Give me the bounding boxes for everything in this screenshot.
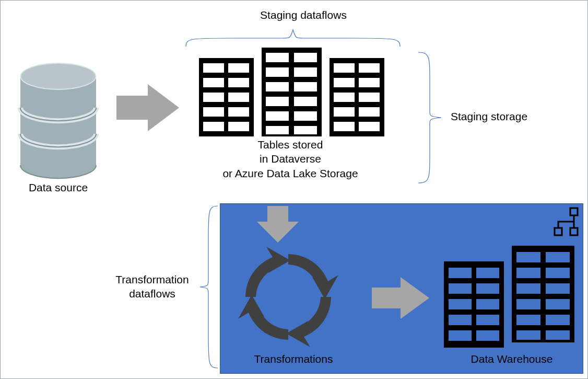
cycle-arrows-icon (236, 245, 340, 349)
svg-rect-56 (546, 315, 570, 325)
svg-rect-18 (266, 82, 289, 91)
svg-marker-1 (116, 84, 179, 131)
svg-rect-51 (516, 283, 540, 294)
svg-rect-35 (334, 122, 355, 131)
svg-rect-62 (449, 283, 472, 294)
svg-rect-58 (546, 330, 570, 340)
svg-rect-32 (359, 93, 380, 102)
svg-rect-64 (449, 299, 472, 309)
svg-rect-30 (359, 78, 380, 87)
svg-rect-53 (516, 299, 540, 309)
svg-rect-5 (203, 78, 224, 87)
svg-rect-33 (334, 107, 355, 117)
svg-rect-24 (266, 126, 289, 134)
svg-rect-10 (228, 107, 249, 117)
svg-rect-67 (476, 315, 499, 325)
svg-rect-17 (294, 67, 317, 77)
brace-right-icon (418, 50, 444, 186)
label-staging-storage: Staging storage (451, 110, 527, 123)
svg-rect-50 (546, 268, 570, 278)
brace-top-icon (183, 28, 403, 47)
svg-rect-36 (359, 122, 380, 131)
svg-rect-65 (476, 299, 499, 309)
svg-marker-37 (257, 206, 299, 243)
svg-rect-66 (449, 315, 472, 325)
diagram-canvas: Staging dataflows Data source (0, 0, 588, 379)
svg-rect-6 (228, 78, 249, 87)
svg-rect-48 (546, 252, 570, 262)
svg-rect-47 (516, 252, 540, 262)
svg-rect-20 (266, 97, 289, 106)
svg-rect-29 (334, 78, 355, 87)
svg-rect-38 (570, 208, 578, 215)
svg-rect-69 (476, 330, 499, 341)
svg-rect-27 (334, 63, 355, 73)
svg-rect-9 (203, 107, 224, 117)
svg-rect-31 (334, 93, 355, 102)
svg-rect-8 (228, 93, 249, 102)
svg-marker-45 (372, 277, 429, 319)
svg-rect-34 (359, 107, 380, 117)
data-warehouse-icon (439, 246, 580, 350)
brace-left-icon (199, 203, 218, 371)
svg-rect-68 (449, 330, 472, 341)
arrow-right-icon (116, 84, 179, 131)
staging-tables-icon (194, 48, 387, 136)
svg-rect-55 (516, 315, 540, 325)
arrow-right-icon (372, 277, 429, 319)
svg-rect-19 (294, 82, 317, 91)
svg-rect-40 (555, 228, 562, 235)
svg-rect-61 (476, 268, 499, 278)
svg-point-0 (21, 63, 96, 89)
svg-rect-3 (203, 63, 224, 73)
tree-icon (552, 207, 580, 236)
svg-rect-60 (449, 268, 472, 278)
svg-rect-7 (203, 93, 224, 102)
svg-rect-15 (294, 53, 317, 62)
svg-rect-22 (266, 111, 289, 121)
label-staging-dataflows: Staging dataflows (194, 9, 413, 21)
svg-rect-28 (359, 63, 380, 73)
label-transformations: Transformations (236, 353, 351, 365)
svg-rect-25 (294, 126, 317, 134)
label-tables-stored: Tables stored in Dataverse or Azure Data… (194, 137, 387, 180)
label-transformation-dataflows: Transformation dataflows (104, 272, 201, 301)
svg-rect-4 (228, 63, 249, 73)
label-data-source: Data source (15, 181, 101, 194)
svg-rect-63 (476, 283, 499, 294)
data-source-icon (15, 61, 101, 181)
svg-rect-52 (546, 283, 570, 294)
label-data-warehouse: Data Warehouse (449, 353, 574, 365)
svg-rect-16 (266, 67, 289, 77)
svg-rect-11 (203, 122, 224, 131)
svg-rect-14 (266, 53, 289, 62)
svg-rect-12 (228, 122, 249, 131)
svg-rect-49 (516, 268, 540, 278)
transformation-box: Transformations (220, 203, 583, 374)
arrow-down-icon (257, 206, 299, 243)
svg-rect-21 (294, 97, 317, 106)
svg-rect-23 (294, 111, 317, 121)
svg-rect-57 (516, 330, 540, 340)
svg-rect-39 (570, 228, 578, 235)
svg-rect-54 (546, 299, 570, 309)
